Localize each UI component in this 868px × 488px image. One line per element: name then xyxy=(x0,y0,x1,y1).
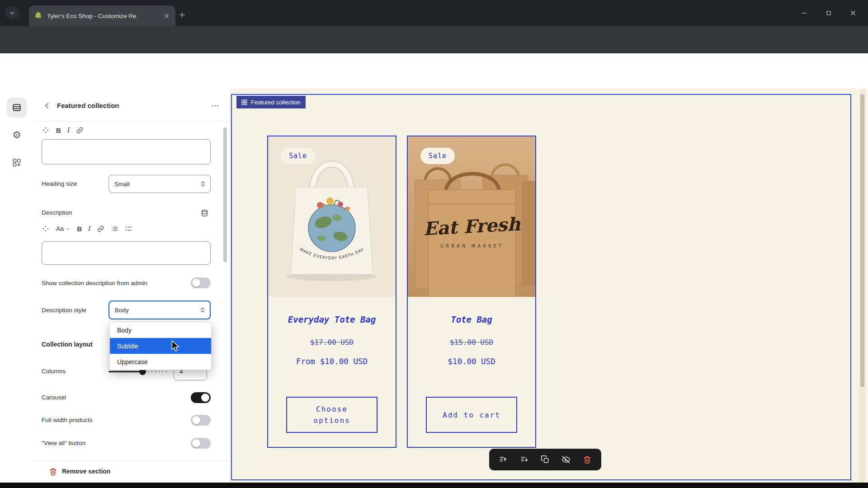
bullet-list-icon[interactable] xyxy=(111,225,118,233)
product-card[interactable]: MAKE EVERYDAY EARTH DAY Sale Everyday To… xyxy=(267,136,396,448)
view-all-label: "View all" button xyxy=(42,440,85,446)
panel-back-button[interactable] xyxy=(40,99,54,113)
italic-icon[interactable]: I xyxy=(67,126,70,134)
panel-header: Featured collection xyxy=(33,89,230,122)
description-label: Description xyxy=(42,209,72,216)
bold-icon[interactable]: B xyxy=(77,225,82,233)
show-description-label: Show collection description from admin xyxy=(42,280,147,286)
full-width-label: Full width products xyxy=(42,417,93,423)
more-icon xyxy=(211,102,219,110)
move-down-icon[interactable] xyxy=(520,455,529,464)
heading-input[interactable] xyxy=(42,139,211,164)
product-image-subtext: URBAN MARKET xyxy=(440,244,504,249)
show-description-toggle[interactable] xyxy=(191,277,211,288)
tab-search-button[interactable] xyxy=(5,6,19,20)
section-floating-toolbar xyxy=(489,449,601,470)
button-label: Add to cart xyxy=(443,409,500,421)
section-badge: Featured collection xyxy=(236,96,306,108)
collection-layout-heading: Collection layout xyxy=(42,341,93,348)
window-bottom-edge xyxy=(0,483,868,488)
tab-title: Tyler's Eco Shop - Customize Re xyxy=(47,13,159,19)
trash-icon xyxy=(49,467,57,476)
close-button[interactable] xyxy=(841,0,865,26)
dropdown-option-body[interactable]: Body xyxy=(110,322,211,338)
maximize-button[interactable] xyxy=(816,0,841,26)
slider-track xyxy=(143,371,169,372)
product-title[interactable]: Everyday Tote Bag xyxy=(268,314,396,324)
rail-settings-button[interactable]: ⚙ xyxy=(7,125,27,145)
move-up-icon[interactable] xyxy=(499,455,508,464)
carousel-toggle[interactable] xyxy=(191,392,211,403)
description-input[interactable] xyxy=(42,241,211,265)
delete-icon[interactable] xyxy=(583,455,592,464)
product-card[interactable]: Eat Fresh URBAN MARKET Sale Tote Bag $15… xyxy=(407,136,536,448)
tab-close-icon[interactable] xyxy=(163,13,170,19)
description-richtext-toolbar: Aa B I 12 xyxy=(42,222,132,235)
heading-size-select[interactable]: Small xyxy=(108,175,211,193)
toggle-knob xyxy=(192,439,200,447)
svg-text:2: 2 xyxy=(126,229,127,231)
sections-icon xyxy=(12,103,22,113)
minimize-button[interactable] xyxy=(792,0,816,26)
slider-fill xyxy=(108,371,143,372)
heading-size-value: Small xyxy=(114,181,130,188)
remove-section-label: Remove section xyxy=(62,468,110,475)
gear-icon: ⚙ xyxy=(12,130,21,140)
italic-icon[interactable]: I xyxy=(88,225,90,233)
minimize-icon xyxy=(801,9,808,17)
preview-canvas: Featured collection xyxy=(230,89,868,488)
chevron-down-icon xyxy=(9,9,16,17)
maximize-icon xyxy=(826,10,832,16)
add-to-cart-button[interactable]: Add to cart xyxy=(426,397,517,433)
section-badge-label: Featured collection xyxy=(251,99,301,106)
panel-scrollbar[interactable] xyxy=(223,127,227,262)
full-width-toggle[interactable] xyxy=(191,415,211,426)
heading-size-label: Heading size xyxy=(42,180,77,187)
connect-dynamic-source-button[interactable] xyxy=(198,206,211,219)
link-icon[interactable] xyxy=(97,225,104,233)
svg-text:1: 1 xyxy=(126,225,127,228)
new-tab-button[interactable] xyxy=(175,8,189,22)
dropdown-option-uppercase[interactable]: Uppercase xyxy=(110,354,211,370)
featured-collection-section[interactable]: Featured collection xyxy=(231,94,851,480)
sale-badge: Sale xyxy=(420,148,455,164)
browser-tab[interactable]: Tyler's Eco Shop - Customize Re xyxy=(29,5,175,26)
dynamic-source-icon[interactable] xyxy=(42,225,50,233)
toggle-knob xyxy=(192,279,200,287)
rail-sections-button[interactable] xyxy=(7,98,27,117)
view-all-toggle[interactable] xyxy=(191,438,211,449)
choose-options-button[interactable]: Choose options xyxy=(286,397,377,433)
browser-tabstrip: Tyler's Eco Shop - Customize Re xyxy=(0,0,868,26)
hide-icon[interactable] xyxy=(561,455,571,464)
browser-toolbar: admin.shopify.com/store/jy63jq-dc/themes… xyxy=(0,26,868,53)
shopify-favicon xyxy=(34,11,42,21)
product-compare-price: $17.00 USD xyxy=(268,338,396,347)
product-title[interactable]: Tote Bag xyxy=(408,314,535,324)
select-caret-icon xyxy=(200,180,206,188)
chevron-down-icon xyxy=(66,226,71,231)
preview-scrollbar[interactable] xyxy=(859,89,865,488)
numbered-list-icon[interactable]: 12 xyxy=(125,225,132,233)
toggle-knob xyxy=(201,394,209,402)
chevron-left-icon xyxy=(43,102,51,110)
product-price: From $10.00 USD xyxy=(296,353,368,370)
panel-menu-button[interactable] xyxy=(208,99,222,113)
duplicate-icon[interactable] xyxy=(541,455,550,464)
dynamic-source-icon[interactable] xyxy=(42,126,50,134)
link-icon[interactable] xyxy=(76,127,84,134)
window-controls xyxy=(792,0,865,26)
mouse-cursor xyxy=(170,340,180,354)
rail-apps-button[interactable] xyxy=(7,153,27,173)
dropdown-option-subtitle[interactable]: Subtitle xyxy=(110,338,211,354)
scrollbar-thumb[interactable] xyxy=(860,94,864,387)
bold-icon[interactable]: B xyxy=(56,127,61,134)
remove-section-button[interactable]: Remove section xyxy=(33,461,230,482)
description-style-select[interactable]: Body xyxy=(108,300,211,319)
panel-title: Featured collection xyxy=(57,102,119,109)
heading-richtext-toolbar: B I xyxy=(42,124,84,136)
text-style-button[interactable]: Aa xyxy=(56,225,71,232)
plus-icon xyxy=(178,11,186,19)
apps-icon xyxy=(12,158,22,168)
description-style-label: Description style xyxy=(42,307,86,314)
toggle-knob xyxy=(192,416,200,424)
